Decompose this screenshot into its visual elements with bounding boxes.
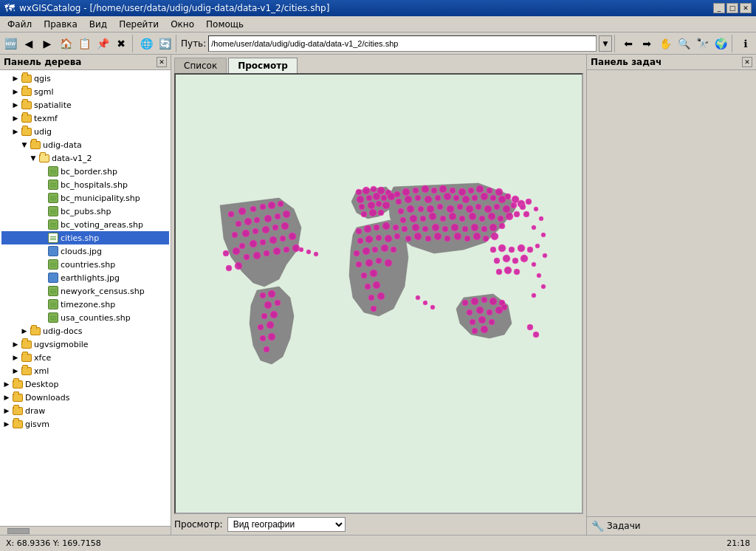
svg-point-14 (252, 228, 258, 234)
expand-earthlights[interactable] (37, 273, 47, 283)
expand-data-v1_2[interactable]: ▼ (28, 153, 38, 163)
expand-sgml[interactable]: ▶ (10, 86, 21, 97)
expand-udig-docs[interactable]: ▶ (19, 326, 30, 336)
horizontal-scrollbar[interactable] (0, 526, 171, 535)
tree-item-gisvm[interactable]: ▶gisvm (1, 417, 169, 431)
tree-item-xfce[interactable]: ▶xfce (1, 351, 169, 364)
svg-point-117 (398, 208, 404, 214)
tree-item-spatialite[interactable]: ▶spatialite (1, 98, 169, 112)
preview-select[interactable]: Вид географииВид таблицыСвойства (227, 517, 346, 532)
expand-xfce[interactable]: ▶ (10, 352, 21, 363)
tree-item-newyork_census[interactable]: newyork_census.shp (1, 284, 169, 298)
expand-bc_pubs[interactable] (37, 206, 47, 216)
tree-item-draw[interactable]: ▶draw (1, 404, 169, 417)
refresh-button[interactable]: 🔄 (156, 35, 173, 52)
right-panel-footer[interactable]: 🔧 Задачи (587, 516, 756, 535)
up-button[interactable]: 🏠 (57, 35, 75, 52)
expand-gisvm[interactable]: ▶ (1, 419, 12, 429)
expand-bc_hospitals[interactable] (37, 179, 47, 190)
svg-point-127 (494, 204, 500, 210)
new-button[interactable]: 🆕 (1, 35, 19, 52)
tree-item-sgml[interactable]: ▶sgml (1, 85, 169, 98)
tree-label-timezone: timezone.shp (61, 300, 115, 309)
tree-item-bc_hospitals[interactable]: bc_hospitals.shp (1, 178, 169, 191)
minimize-button[interactable]: _ (713, 3, 725, 13)
tree-item-clouds[interactable]: clouds.jpg (1, 244, 169, 258)
svg-point-129 (511, 202, 517, 208)
expand-bc_voting_areas[interactable] (37, 219, 47, 230)
expand-newyork_census[interactable] (37, 286, 47, 296)
expand-ugvsigmobile[interactable]: ▶ (10, 339, 21, 349)
forward2-button[interactable]: ➡ (638, 35, 656, 52)
tree-item-Downloads[interactable]: ▶Downloads (1, 391, 169, 404)
menu-item-правка[interactable]: Правка (39, 18, 82, 31)
expand-countries[interactable] (37, 259, 47, 270)
forward-button[interactable]: ▶ (38, 35, 56, 52)
expand-udig[interactable]: ▶ (10, 126, 21, 137)
tree-item-qgis[interactable]: ▶qgis (1, 72, 169, 85)
delete-button[interactable]: ✖ (112, 35, 130, 52)
menu-item-помощь[interactable]: Помощь (202, 18, 248, 31)
maximize-button[interactable]: □ (726, 3, 738, 13)
copy-button[interactable]: 📋 (75, 35, 93, 52)
tree-item-earthlights[interactable]: earthlights.jpg (1, 271, 169, 284)
paste-button[interactable]: 📌 (94, 35, 111, 52)
tree-item-bc_municipality[interactable]: bc_municipality.shp (1, 191, 169, 205)
menu-item-файл[interactable]: Файл (3, 18, 36, 31)
menu-item-вид[interactable]: Вид (85, 18, 111, 31)
path-label: Путь: (181, 38, 206, 49)
tree-item-xml[interactable]: ▶xml (1, 364, 169, 377)
info-button[interactable]: ℹ (737, 35, 755, 52)
path-input[interactable] (208, 35, 597, 52)
close-button[interactable]: ✕ (740, 3, 752, 13)
tree-container[interactable]: ▶qgis▶sgml▶spatialite▶texmf▶udig▼udig-da… (0, 70, 171, 526)
expand-bc_municipality[interactable] (37, 193, 47, 203)
pan-button[interactable]: ✋ (656, 35, 674, 52)
expand-draw[interactable]: ▶ (1, 405, 12, 416)
tree-item-cities[interactable]: cities.shp (1, 231, 169, 244)
expand-texmf[interactable]: ▶ (10, 113, 21, 123)
panel-close-button[interactable]: ✕ (157, 57, 167, 67)
tree-item-udig[interactable]: ▶udig (1, 125, 169, 138)
menu-item-окно[interactable]: Окно (166, 18, 199, 31)
back2-button[interactable]: ⬅ (619, 35, 637, 52)
expand-cities[interactable] (37, 233, 47, 243)
tree-item-bc_pubs[interactable]: bc_pubs.shp (1, 205, 169, 218)
zoom-world-button[interactable]: 🌍 (712, 35, 729, 52)
expand-udig-data[interactable]: ▼ (19, 140, 30, 150)
time: 21:18 (726, 538, 750, 548)
svg-point-177 (462, 300, 468, 306)
svg-point-73 (385, 235, 392, 242)
tree-item-bc_voting_areas[interactable]: bc_voting_areas.shp (1, 218, 169, 231)
zoom-in-button[interactable]: 🔍 (675, 35, 693, 52)
expand-timezone[interactable] (37, 299, 47, 309)
expand-bc_border[interactable] (37, 166, 47, 177)
tree-item-ugvsigmobile[interactable]: ▶ugvsigmobile (1, 338, 169, 351)
expand-Downloads[interactable]: ▶ (1, 392, 12, 403)
svg-point-134 (429, 213, 436, 220)
expand-xml[interactable]: ▶ (10, 366, 21, 376)
tree-item-bc_border[interactable]: bc_border.shp (1, 165, 169, 178)
tree-item-data-v1_2[interactable]: ▼data-v1_2 (1, 151, 169, 165)
tree-item-usa_counties[interactable]: usa_counties.shp (1, 311, 169, 324)
back-button[interactable]: ◀ (20, 35, 38, 52)
expand-qgis[interactable]: ▶ (10, 73, 21, 83)
tree-item-countries[interactable]: countries.shp (1, 258, 169, 271)
globe-button[interactable]: 🌐 (137, 35, 155, 52)
path-dropdown[interactable]: ▼ (599, 35, 612, 52)
tree-item-udig-data[interactable]: ▼udig-data (1, 138, 169, 151)
expand-clouds[interactable] (37, 246, 47, 256)
menu-item-перейти[interactable]: Перейти (114, 18, 163, 31)
zoom-out-button[interactable]: 🔭 (693, 35, 711, 52)
svg-point-57 (388, 193, 395, 200)
tab-список[interactable]: Список (174, 58, 227, 73)
tree-item-texmf[interactable]: ▶texmf (1, 112, 169, 125)
tree-item-Desktop[interactable]: ▶Desktop (1, 377, 169, 391)
tree-item-udig-docs[interactable]: ▶udig-docs (1, 324, 169, 338)
right-panel-close-button[interactable]: ✕ (742, 57, 752, 67)
expand-Desktop[interactable]: ▶ (1, 379, 12, 389)
expand-spatialite[interactable]: ▶ (10, 100, 21, 110)
expand-usa_counties[interactable] (37, 312, 47, 323)
tree-item-timezone[interactable]: timezone.shp (1, 298, 169, 311)
tab-просмотр[interactable]: Просмотр (228, 58, 298, 73)
